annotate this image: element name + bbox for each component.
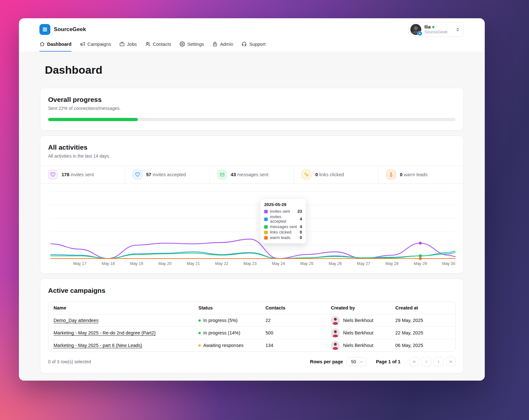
overall-progress-title: Overall progress — [48, 96, 456, 103]
megaphone-icon — [80, 41, 85, 47]
chevron-up-down-icon — [455, 27, 460, 32]
home-icon — [39, 41, 45, 47]
creator-avatar — [331, 341, 340, 350]
overall-progress-subtitle: Sent 22% of connections/messages. — [48, 106, 456, 111]
svg-text:May 17: May 17 — [73, 261, 87, 266]
svg-text:May 26: May 26 — [329, 261, 342, 266]
stat-messages-sent: 43messages sent — [210, 166, 294, 183]
tooltip-row: warm leads0 — [264, 235, 302, 240]
status-dot — [198, 332, 201, 334]
brand-logo-icon — [39, 24, 50, 35]
progress-bar-fill — [48, 118, 138, 121]
svg-text:May 29: May 29 — [414, 261, 427, 266]
first-page-button[interactable] — [409, 357, 419, 366]
active-campaigns-title: Active campaigns — [48, 287, 456, 294]
user-org: SourceGeek — [424, 30, 448, 35]
user-menu[interactable]: Ilia SourceGeek — [408, 22, 464, 37]
svg-text:May 20: May 20 — [158, 261, 172, 266]
activity-stats-row: 178invites sent 57invites accepted 43mes… — [40, 166, 463, 184]
rows-per-page-select[interactable]: 50 — [347, 357, 367, 366]
col-created-by: Created by — [326, 305, 390, 310]
table-header-row: Name Status Contacts Created by Created … — [48, 302, 455, 314]
tooltip-row: links clicked0 — [264, 230, 302, 235]
svg-text:May 22: May 22 — [215, 261, 228, 266]
app-window: SourceGeek Ilia SourceGeek — [19, 18, 485, 381]
campaign-link[interactable]: Demo_Day attendees — [54, 318, 98, 323]
headset-icon — [241, 41, 247, 47]
svg-text:May 28: May 28 — [385, 261, 399, 266]
stat-invites-sent: 178invites sent — [40, 166, 125, 183]
contacts-count: 134 — [260, 343, 326, 348]
thermometer-icon — [386, 170, 396, 179]
series-swatch-messages-sent — [264, 225, 268, 229]
status-dot — [198, 344, 201, 347]
all-activities-title: All activities — [48, 144, 456, 151]
page-title: Dashboard — [45, 64, 464, 76]
rows-per-page-label: Rows per page — [310, 359, 343, 364]
invite-accepted-heart-icon — [133, 170, 142, 179]
series-swatch-warm-leads — [264, 236, 268, 240]
user-name: Ilia — [424, 24, 431, 29]
svg-text:May 19: May 19 — [130, 261, 143, 266]
nav-item-admin[interactable]: Admin — [212, 41, 233, 52]
nav-item-support[interactable]: Support — [241, 41, 265, 52]
campaign-link[interactable]: Marketing - May 2025 - Re-do 2nd degree … — [54, 330, 155, 335]
creator-avatar — [331, 328, 340, 337]
stat-invites-accepted: 57invites accepted — [125, 166, 210, 183]
chevrons-left-icon — [412, 359, 416, 364]
rows-selected-text: 0 of 3 row(s) selected — [48, 359, 91, 364]
col-name: Name — [48, 305, 193, 310]
tooltip-row: invites sent23 — [264, 209, 302, 214]
table-row: Demo_Day attendees In progress (5%) 22 N… — [48, 314, 455, 326]
users-icon — [145, 41, 151, 47]
tooltip-row: invites accepted4 — [264, 215, 302, 224]
nav-item-campaigns[interactable]: Campaigns — [80, 41, 111, 52]
stat-warm-leads: 0warm leads — [379, 166, 463, 183]
nav-item-contacts[interactable]: Contacts — [145, 41, 171, 52]
active-campaigns-card: Active campaigns Name Status Contacts Cr… — [40, 279, 464, 373]
svg-text:May 30: May 30 — [442, 261, 455, 266]
user-avatar — [410, 24, 421, 35]
svg-text:May 23: May 23 — [244, 261, 257, 266]
contacts-count: 500 — [260, 330, 326, 335]
stat-links-clicked: 0links clicked — [294, 166, 379, 183]
tooltip-date: 2025-05-29 — [264, 202, 302, 207]
all-activities-card: All activities All activities in the las… — [40, 136, 464, 274]
main-nav: Dashboard Campaigns Jobs Contacts Settin… — [19, 38, 485, 52]
created-at: 22 May, 2025 — [390, 330, 455, 335]
mail-sent-icon — [217, 170, 227, 179]
status-text: In progress (5%) — [203, 318, 238, 323]
user-org-badge-icon — [417, 31, 422, 36]
svg-text:May 25: May 25 — [300, 261, 314, 266]
nav-item-jobs[interactable]: Jobs — [119, 41, 137, 52]
creator-name: Niels Berkhout — [343, 330, 373, 335]
chart-tooltip: 2025-05-29 invites sent23 invites accept… — [260, 198, 306, 243]
tooltip-row: messages sent4 — [264, 225, 302, 229]
col-created-at: Created at — [390, 305, 455, 310]
previous-page-button[interactable] — [422, 357, 431, 366]
col-status: Status — [193, 305, 260, 310]
cursor-click-icon — [302, 170, 311, 179]
all-activities-subtitle: All activities in the last 14 days. — [48, 153, 456, 159]
svg-text:May 21: May 21 — [187, 261, 200, 266]
chevrons-right-icon — [449, 359, 453, 364]
svg-text:May 27: May 27 — [357, 261, 370, 266]
table-row: Marketing - May 2025 - part 6 (New Leads… — [48, 339, 455, 351]
status-text: In progress (14%) — [203, 330, 240, 335]
nav-item-settings[interactable]: Settings — [180, 41, 204, 52]
creator-name: Niels Berkhout — [343, 318, 373, 323]
chevron-right-icon — [436, 359, 441, 364]
online-status-dot — [432, 26, 434, 28]
campaign-link[interactable]: Marketing - May 2025 - part 6 (New Leads… — [54, 343, 142, 348]
invite-heart-icon — [48, 170, 58, 179]
brand: SourceGeek — [39, 24, 86, 35]
series-swatch-invites-sent — [264, 210, 268, 213]
nav-item-dashboard[interactable]: Dashboard — [39, 41, 71, 52]
creator-name: Niels Berkhout — [343, 343, 373, 348]
last-page-button[interactable] — [446, 357, 456, 366]
briefcase-icon — [119, 41, 125, 47]
created-at: 06 May, 2025 — [390, 343, 455, 348]
series-swatch-invites-accepted — [264, 218, 268, 221]
next-page-button[interactable] — [434, 357, 443, 366]
creator-avatar — [331, 316, 340, 325]
